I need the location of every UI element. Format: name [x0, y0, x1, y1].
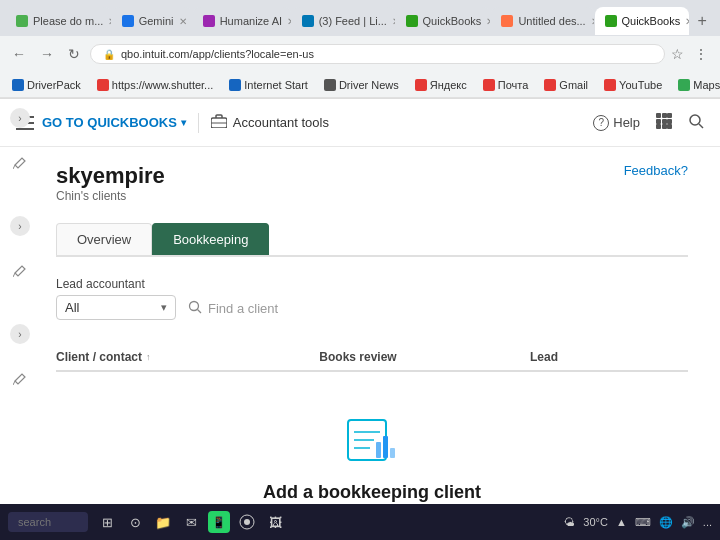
bookmark-icon-pochta [483, 79, 495, 91]
svg-rect-27 [390, 448, 395, 458]
taskbar-network-icon[interactable]: 🌐 [659, 516, 673, 529]
taskbar-up-arrow[interactable]: ▲ [616, 516, 627, 528]
taskbar-volume-icon[interactable]: 🔊 [681, 516, 695, 529]
col-header-client[interactable]: Client / contact ↑ [56, 350, 319, 364]
more-options-button[interactable]: ⋮ [690, 44, 712, 64]
refresh-button[interactable]: ↻ [64, 44, 84, 64]
tab-close-1[interactable]: ✕ [108, 16, 110, 27]
taskbar-explorer-icon[interactable]: 📁 [152, 511, 174, 533]
address-bar[interactable]: 🔒 qbo.intuit.com/app/clients?locale=en-u… [90, 44, 665, 64]
taskbar-right: 🌤 30°C ▲ ⌨ 🌐 🔊 ... [564, 516, 712, 529]
tab-close-6[interactable]: ✕ [591, 16, 594, 27]
goto-quickbooks-button[interactable]: GO TO QUICKBOOKS ▾ [42, 115, 186, 130]
briefcase-icon [211, 114, 227, 131]
bookmark-driverpack[interactable]: DriverPack [8, 78, 85, 92]
filter-row: Lead accountant All ▾ Find a client [56, 277, 688, 320]
bookmark-icon-shutter [97, 79, 109, 91]
bookmark-yandex[interactable]: Яндекс [411, 78, 471, 92]
taskbar-temperature: 30°C [583, 516, 608, 528]
bookmark-icon-internetstart [229, 79, 241, 91]
header-right: ? Help [593, 113, 704, 133]
browser-tab-4[interactable]: (3) Feed | Li... ✕ [292, 7, 395, 35]
taskbar-keyboard-icon[interactable]: ⌨ [635, 516, 651, 529]
browser-tab-2[interactable]: Gemini ✕ [112, 7, 192, 35]
accountant-tools-button[interactable]: Accountant tools [211, 114, 329, 131]
tab-favicon-4 [302, 15, 314, 27]
taskbar-mail-icon[interactable]: ✉ [180, 511, 202, 533]
taskbar-photos-icon[interactable]: 🖼 [264, 511, 286, 533]
url-text: qbo.intuit.com/app/clients?locale=en-us [121, 48, 314, 60]
page-title-row: skyempire Chin's clients Feedback? [56, 163, 688, 203]
taskbar-search-input[interactable] [8, 512, 88, 532]
bookmark-maps[interactable]: Maps [674, 78, 720, 92]
browser-tab-5[interactable]: QuickBooks ✕ [396, 7, 491, 35]
tab-favicon-7 [605, 15, 617, 27]
tab-overview-label: Overview [77, 232, 131, 247]
bookmark-icon-gmail [544, 79, 556, 91]
tab-close-7[interactable]: ✕ [685, 16, 689, 27]
sidebar-expand-button[interactable]: › [10, 108, 30, 128]
bookmark-label-yandex: Яндекс [430, 79, 467, 91]
svg-rect-9 [662, 119, 667, 124]
svg-rect-7 [667, 113, 672, 118]
bookmark-label-maps: Maps [693, 79, 720, 91]
browser-tab-7[interactable]: QuickBooks ✕ [595, 7, 690, 35]
svg-rect-26 [383, 436, 388, 458]
tab-close-5[interactable]: ✕ [486, 16, 490, 27]
new-tab-button[interactable]: + [690, 7, 714, 35]
back-button[interactable]: ← [8, 44, 30, 64]
bookmark-driver-news[interactable]: Driver News [320, 78, 403, 92]
bookmark-icon-drivernews [324, 79, 336, 91]
lead-accountant-filter: Lead accountant All ▾ [56, 277, 176, 320]
tab-close-4[interactable]: ✕ [392, 16, 395, 27]
tab-bookkeeping[interactable]: Bookkeeping [152, 223, 269, 255]
browser-tab-3[interactable]: Humanize AI ✕ [193, 7, 291, 35]
feedback-button[interactable]: Feedback? [624, 163, 688, 178]
sidebar-edit-icon-3[interactable] [6, 364, 34, 392]
bookmark-pochta[interactable]: Почта [479, 78, 533, 92]
taskbar-chrome-icon[interactable] [236, 511, 258, 533]
bookkeeping-icon-svg [344, 412, 400, 468]
bookmark-shutter[interactable]: https://www.shutter... [93, 78, 218, 92]
empty-state-title: Add a bookkeeping client [263, 482, 481, 503]
taskbar-task-view-icon[interactable]: ⊙ [124, 511, 146, 533]
sidebar-edit-icon-1[interactable] [6, 148, 34, 176]
tab-label-2: Gemini [139, 15, 174, 27]
page-title-group: skyempire Chin's clients [56, 163, 165, 203]
select-chevron-icon: ▾ [161, 301, 167, 314]
accountant-tools-label: Accountant tools [233, 115, 329, 130]
left-sidebar: › › › [0, 98, 40, 392]
forward-button[interactable]: → [36, 44, 58, 64]
bookmark-icon-yandex [415, 79, 427, 91]
page-content: skyempire Chin's clients Feedback? Overv… [0, 147, 720, 540]
address-bar-row: ← → ↻ 🔒 qbo.intuit.com/app/clients?local… [0, 36, 720, 72]
grid-icon[interactable] [656, 113, 672, 133]
bookmarks-bar: DriverPack https://www.shutter... Intern… [0, 72, 720, 98]
goto-qb-chevron-icon: ▾ [181, 117, 186, 128]
help-button[interactable]: ? Help [593, 115, 640, 131]
sidebar-expand-button-3[interactable]: › [10, 324, 30, 344]
header-separator [198, 113, 199, 133]
lead-accountant-select[interactable]: All ▾ [56, 295, 176, 320]
pencil-icon-3 [13, 371, 27, 385]
bookmark-gmail[interactable]: Gmail [540, 78, 592, 92]
tab-favicon-2 [122, 15, 134, 27]
tab-close-3[interactable]: ✕ [287, 16, 291, 27]
tab-overview[interactable]: Overview [56, 223, 152, 255]
sidebar-edit-icon-2[interactable] [6, 256, 34, 284]
browser-tab-6[interactable]: Untitled des... ✕ [491, 7, 593, 35]
search-icon[interactable] [688, 113, 704, 133]
taskbar-start-icon[interactable]: ⊞ [96, 511, 118, 533]
browser-tab-1[interactable]: Please do m... ✕ [6, 7, 111, 35]
page-subtitle: Chin's clients [56, 189, 165, 203]
taskbar-whatsapp-icon[interactable]: 📱 [208, 511, 230, 533]
tab-bookkeeping-label: Bookkeeping [173, 232, 248, 247]
app-header: GO TO QUICKBOOKS ▾ Accountant tools ? He… [0, 99, 720, 147]
bookmark-internet-start[interactable]: Internet Start [225, 78, 312, 92]
bookmark-youtube[interactable]: YouTube [600, 78, 666, 92]
bookmark-star[interactable]: ☆ [671, 46, 684, 62]
find-client-search[interactable]: Find a client [188, 300, 278, 317]
tab-close-2[interactable]: ✕ [179, 16, 187, 27]
sidebar-expand-button-2[interactable]: › [10, 216, 30, 236]
taskbar: ⊞ ⊙ 📁 ✉ 📱 🖼 🌤 30°C ▲ ⌨ 🌐 🔊 ... [0, 504, 720, 540]
